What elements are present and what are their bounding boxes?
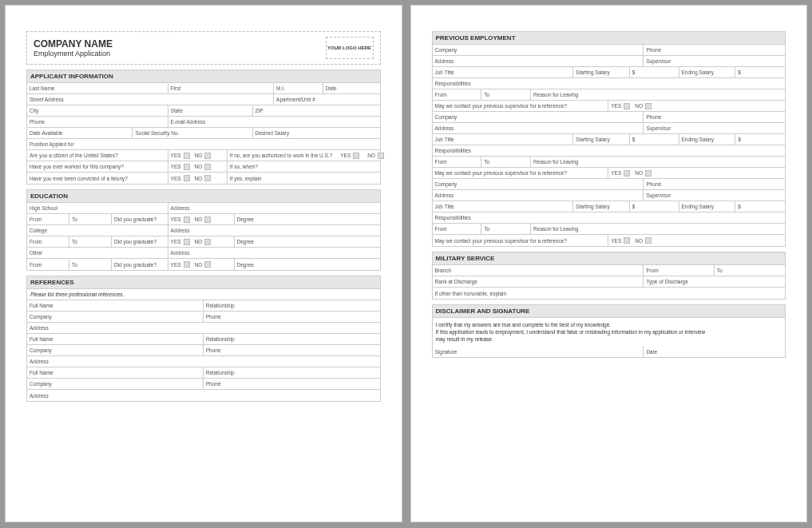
checkbox[interactable] xyxy=(204,216,211,223)
logo-placeholder: YOUR LOGO HERE xyxy=(326,37,374,59)
refs-note: Please list three professional reference… xyxy=(27,289,380,300)
label-date: Date xyxy=(326,85,337,91)
references-section: REFERENCES Please list three professiona… xyxy=(26,276,381,402)
label-workedbefore: Have you ever worked for this company? xyxy=(30,164,124,169)
checkbox[interactable] xyxy=(184,239,190,245)
checkbox[interactable] xyxy=(184,175,190,181)
checkbox[interactable] xyxy=(204,164,211,170)
section-title: MILITARY SERVICE xyxy=(433,252,786,265)
checkbox[interactable] xyxy=(204,175,211,181)
section-title: DISCLAIMER AND SIGNATURE xyxy=(433,305,786,318)
section-title: APPLICANT INFORMATION xyxy=(27,70,380,83)
label-felony: Have you ever been convicted of a felony… xyxy=(30,176,128,181)
disclaimer-section: DISCLAIMER AND SIGNATURE I certify that … xyxy=(432,304,786,358)
label-authorized: If no, are you authorized to work in the… xyxy=(230,153,333,158)
label-salary: Desired Salary xyxy=(255,130,290,136)
label-ifyesexplain: If yes, explain xyxy=(230,176,262,181)
checkbox[interactable] xyxy=(184,164,190,170)
checkbox[interactable] xyxy=(204,239,211,245)
page-2: PREVIOUS EMPLOYMENT CompanyPhone Address… xyxy=(410,5,808,522)
previous-employment-section: PREVIOUS EMPLOYMENT CompanyPhone Address… xyxy=(432,31,786,247)
section-title: PREVIOUS EMPLOYMENT xyxy=(433,32,786,45)
label-dateavail: Date Available xyxy=(30,130,62,136)
label-mi: M.I. xyxy=(276,85,285,91)
form-header: COMPANY NAME Employment Application YOUR… xyxy=(26,31,381,65)
checkbox[interactable] xyxy=(624,237,630,244)
checkbox[interactable] xyxy=(624,170,630,177)
label-city: City xyxy=(30,108,38,113)
checkbox[interactable] xyxy=(204,153,211,159)
section-title: EDUCATION xyxy=(27,190,380,203)
label-ifsowhen: If so, when? xyxy=(230,164,258,169)
checkbox[interactable] xyxy=(184,216,190,223)
checkbox[interactable] xyxy=(645,103,652,109)
checkbox[interactable] xyxy=(353,153,359,159)
label-citizen: Are you a citizen of the United States? xyxy=(30,153,118,158)
label-state: State xyxy=(171,108,183,113)
label-lastname: Last Name xyxy=(30,85,54,91)
checkbox[interactable] xyxy=(204,261,211,268)
label-zip: ZIP xyxy=(255,108,263,113)
education-section: EDUCATION High School Address From To Di… xyxy=(26,189,381,271)
applicant-section: APPLICANT INFORMATION Last Name First M.… xyxy=(26,69,381,185)
checkbox[interactable] xyxy=(184,153,190,159)
label-position: Position Applied for xyxy=(30,141,74,147)
label-first: First xyxy=(171,85,181,91)
page-1: COMPANY NAME Employment Application YOUR… xyxy=(5,5,402,522)
form-subtitle: Employment Application xyxy=(34,50,113,58)
checkbox[interactable] xyxy=(624,103,630,109)
label-street: Street Address xyxy=(30,97,64,102)
checkbox[interactable] xyxy=(645,170,652,177)
label-highschool: High School xyxy=(30,205,57,211)
label-email: E-mail Address xyxy=(171,119,206,125)
label-phone: Phone xyxy=(30,119,45,125)
military-section: MILITARY SERVICE BranchFromTo Rank at Di… xyxy=(432,252,786,300)
disclaimer-text: I certify that my answers are true and c… xyxy=(433,318,786,346)
company-name: COMPANY NAME xyxy=(34,38,113,50)
checkbox[interactable] xyxy=(184,261,190,268)
checkbox[interactable] xyxy=(378,153,384,159)
label-address: Address xyxy=(171,205,190,211)
label-ssn: Social Security No. xyxy=(135,130,179,136)
checkbox[interactable] xyxy=(645,237,652,244)
label-apt: Apartment/Unit # xyxy=(276,97,315,102)
section-title: REFERENCES xyxy=(27,276,380,289)
